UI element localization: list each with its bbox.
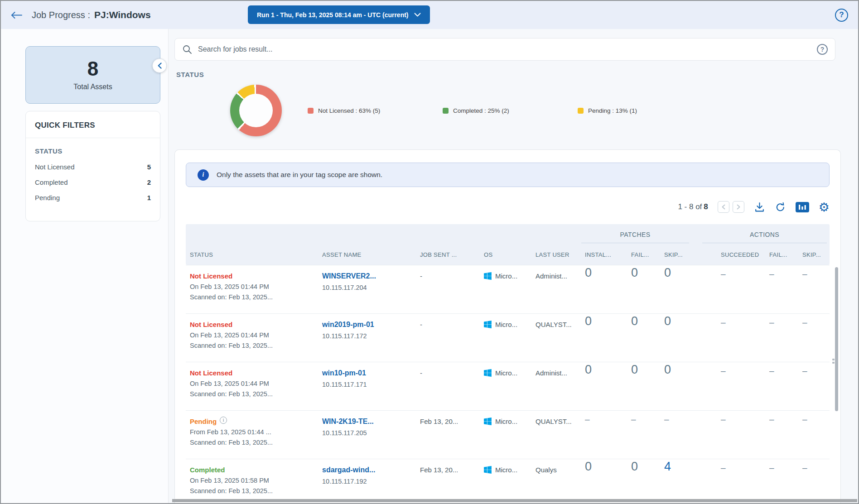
column-header-installed[interactable]: INSTAL...	[581, 251, 627, 258]
windows-icon	[484, 321, 492, 328]
page-prev-button[interactable]	[718, 201, 729, 213]
search-help-button[interactable]: ?	[817, 44, 828, 55]
patches-failed: 0	[627, 265, 661, 313]
pagination-range: 1 - 8 of8	[678, 202, 708, 211]
column-header-failed[interactable]: FAIL...	[627, 251, 661, 258]
last-user-value: Qualys	[532, 459, 581, 504]
asset-ip: 10.115.117.192	[322, 478, 414, 485]
actions-skipped: –	[799, 459, 830, 504]
download-icon	[754, 202, 765, 213]
horizontal-scrollbar[interactable]	[172, 499, 857, 502]
column-header-last-user[interactable]: LAST USER	[532, 251, 581, 258]
page-next-button[interactable]	[733, 201, 744, 213]
search-input[interactable]	[198, 45, 811, 53]
asset-name-link[interactable]: win2019-pm-01	[322, 321, 414, 329]
pagination-total: 8	[704, 202, 708, 211]
column-header-skipped[interactable]: SKIP...	[661, 251, 717, 258]
actions-skipped: –	[799, 314, 830, 362]
legend-item-not-licensed: Not Licensed : 63% (5)	[308, 107, 443, 114]
status-scanned: Scanned on: Feb 13, 2025...	[190, 342, 316, 349]
filter-count: 1	[147, 194, 151, 202]
status-badge: Not Licensed	[190, 321, 316, 328]
status-scanned: Scanned on: Feb 13, 2025...	[190, 293, 316, 301]
table-toolbar: 1 - 8 of8	[186, 199, 830, 215]
vertical-scrollbar[interactable]	[835, 267, 838, 411]
scrollbar-grip[interactable]	[832, 359, 835, 367]
info-icon[interactable]: i	[220, 417, 227, 424]
table-row[interactable]: Not Licensed On Feb 13, 2025 01:44 PM Sc…	[186, 362, 830, 410]
job-sent-value: -	[416, 265, 480, 313]
legend-item-pending: Pending : 13% (1)	[578, 107, 713, 114]
download-button[interactable]	[754, 202, 765, 213]
actions-failed: –	[766, 314, 799, 362]
table-row[interactable]: Completed On Feb 13, 2025 01:58 PM Scann…	[186, 459, 830, 504]
patches-skipped: –	[661, 411, 717, 459]
info-icon: i	[198, 169, 209, 181]
quick-filters-title: QUICK FILTERS	[26, 111, 160, 138]
windows-icon	[484, 418, 492, 425]
status-scanned: Scanned on: Feb 13, 2025...	[190, 487, 316, 494]
actions-succeeded: –	[717, 362, 766, 410]
refresh-icon	[775, 202, 786, 213]
asset-name-link[interactable]: win10-pm-01	[322, 369, 414, 377]
legend-label: Not Licensed : 63% (5)	[318, 107, 380, 114]
arrow-left-icon	[11, 12, 23, 19]
status-time: On Feb 13, 2025 01:58 PM	[190, 477, 316, 484]
table-row[interactable]: Not Licensed On Feb 13, 2025 01:44 PM Sc…	[186, 313, 830, 362]
actions-succeeded: –	[717, 411, 766, 459]
asset-ip: 10.115.117.171	[322, 381, 414, 388]
table-row[interactable]: Not Licensed On Feb 13, 2025 01:44 PM Sc…	[186, 265, 830, 313]
chart-legend: Not Licensed : 63% (5) Completed : 25% (…	[308, 107, 713, 114]
status-scanned: Scanned on: Feb 13, 2025...	[190, 439, 316, 446]
filter-item-pending[interactable]: Pending 1	[35, 194, 151, 202]
patches-skipped-link[interactable]: 4	[661, 459, 717, 504]
legend-swatch-green	[443, 108, 449, 114]
actions-succeeded: –	[717, 459, 766, 504]
windows-icon	[484, 466, 492, 474]
patches-skipped: 0	[661, 265, 717, 313]
chevron-right-icon	[737, 204, 740, 210]
legend-label: Pending : 13% (1)	[588, 107, 637, 114]
asset-name-link[interactable]: sdargad-wind...	[322, 466, 414, 474]
last-user-value: QUALYST...	[532, 314, 581, 362]
group-by-button[interactable]	[796, 202, 809, 212]
last-user-value: Administ...	[532, 265, 581, 313]
status-scanned: Scanned on: Feb 13, 2025...	[190, 390, 316, 398]
top-bar: Job Progress : PJ:Windows Run 1 - Thu, F…	[1, 1, 858, 29]
column-header-job-sent[interactable]: JOB SENT ...	[416, 251, 480, 258]
refresh-button[interactable]	[775, 202, 786, 213]
legend-label: Completed : 25% (2)	[453, 107, 509, 114]
settings-button[interactable]: ⚙	[819, 201, 830, 213]
filter-item-not-licensed[interactable]: Not Licensed 5	[35, 163, 151, 171]
last-user-value: Administ...	[532, 362, 581, 410]
patches-installed: 0	[581, 265, 627, 313]
actions-failed: –	[766, 459, 799, 504]
job-sent-value: Feb 13, 20...	[416, 459, 480, 504]
run-selector-button[interactable]: Run 1 - Thu, Feb 13, 2025 08:14 am - UTC…	[248, 5, 430, 24]
asset-name-link[interactable]: WINSERVER2...	[322, 272, 414, 280]
column-header-failed-2[interactable]: FAIL...	[766, 251, 799, 258]
quick-filters-card: QUICK FILTERS STATUS Not Licensed 5 Comp…	[25, 111, 160, 221]
main-content: ? STATUS Not Licensed : 63% (5) Complete…	[169, 29, 858, 503]
status-badge: Not Licensed	[190, 272, 316, 280]
search-icon	[182, 44, 192, 54]
filter-item-completed[interactable]: Completed 2	[35, 178, 151, 186]
column-header-os[interactable]: OS	[480, 251, 532, 258]
back-button[interactable]	[11, 12, 23, 19]
column-header-status[interactable]: STATUS	[186, 251, 319, 258]
column-header-asset-name[interactable]: ASSET NAME	[319, 251, 416, 258]
results-card: i Only the assets that are in your tag s…	[174, 149, 841, 504]
os-value: Micro...	[495, 418, 517, 425]
column-header-skipped-2[interactable]: SKIP...	[799, 251, 830, 258]
patches-skipped: 0	[661, 362, 717, 410]
chevron-down-icon	[414, 13, 421, 17]
asset-name-link[interactable]: WIN-2K19-TE...	[322, 418, 414, 426]
total-assets-card[interactable]: 8 Total Assets	[25, 46, 160, 104]
help-button[interactable]: ?	[835, 9, 848, 22]
left-sidebar: 8 Total Assets QUICK FILTERS STATUS Not …	[1, 29, 169, 503]
table-row[interactable]: Pending i From Feb 13, 2025 01:44 ... Sc…	[186, 410, 830, 459]
patches-installed: 0	[581, 314, 627, 362]
collapse-sidebar-button[interactable]	[152, 58, 167, 73]
column-header-succeeded[interactable]: SUCCEEDED	[717, 251, 766, 258]
chevron-left-icon	[158, 62, 162, 69]
